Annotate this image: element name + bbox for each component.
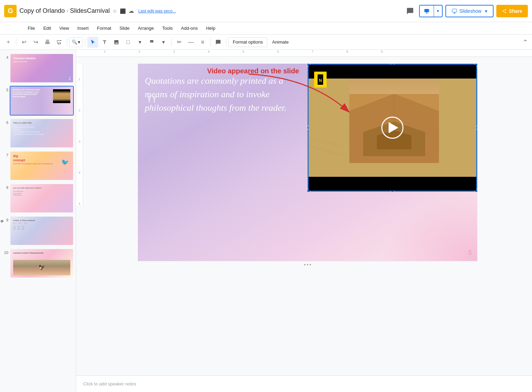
- video-annotation-label: Video appeared on the slide: [207, 67, 299, 75]
- menu-tools[interactable]: Tools: [159, 24, 176, 32]
- comment-button[interactable]: [404, 5, 416, 17]
- main-area: 4 Transition Headlineadd your text here …: [0, 50, 532, 392]
- toolbar-separator-1: [16, 38, 16, 46]
- slide-thumb-inner-7[interactable]: Bigconcept some text to accompany using …: [10, 152, 73, 180]
- present-button[interactable]: [420, 6, 434, 17]
- slide-thumbnail-8[interactable]: 8 you can also split your section! text …: [0, 183, 76, 214]
- ruler-mark-7: 7: [312, 50, 313, 53]
- ruler-h-inner: 1 2 3 4 5 6 7 8 9: [83, 50, 532, 56]
- zoom-control[interactable]: 🔍 ▾: [69, 37, 83, 47]
- slide5-video-thumb: [53, 89, 70, 103]
- slideshow-dropdown-arrow[interactable]: ▾: [485, 8, 487, 14]
- toolbar-separator-2: [67, 38, 67, 46]
- menu-slide[interactable]: Slide: [116, 24, 133, 32]
- slide-thumbnail-5[interactable]: 5 Quotations are commonly printed as a m…: [0, 85, 76, 116]
- vertical-ruler: 1 2 3 4 5: [76, 64, 83, 206]
- slide-background[interactable]: " Quotations are commonly printed as a m…: [138, 64, 477, 261]
- slide-viewport: Video appeared on the slide: [76, 57, 532, 375]
- line-dropdown[interactable]: ▾: [158, 37, 169, 48]
- svg-rect-0: [425, 9, 429, 12]
- folder-icon[interactable]: ⬛: [120, 8, 126, 14]
- star-icon[interactable]: ☆: [113, 8, 117, 14]
- slide7-icon: 🐦: [61, 158, 69, 166]
- bottom-scroll-bar[interactable]: [138, 261, 477, 268]
- quote-text[interactable]: Quotations are commonly printed as a mea…: [145, 74, 304, 115]
- slideshow-button[interactable]: Slideshow ▾: [445, 5, 494, 17]
- scroll-dot-2: [307, 264, 308, 265]
- menu-file[interactable]: File: [24, 24, 38, 32]
- line-tool[interactable]: [146, 37, 157, 48]
- menu-edit[interactable]: Edit: [40, 24, 54, 32]
- slide-canvas: Video appeared on the slide: [138, 64, 477, 268]
- present-dropdown-button[interactable]: ▾: [434, 6, 442, 17]
- ruler-mark-4: 4: [208, 50, 210, 53]
- ruler-mark-5: 5: [242, 50, 244, 53]
- svg-rect-10: [309, 77, 349, 177]
- slide-thumbnail-4[interactable]: 4 Transition Headlineadd your text here …: [0, 53, 76, 84]
- slide-num-6: 6: [3, 119, 8, 125]
- menu-addons[interactable]: Add-ons: [178, 24, 201, 32]
- select-tool[interactable]: [87, 37, 98, 48]
- video-play-button[interactable]: [381, 117, 404, 139]
- print-button[interactable]: 🖶: [42, 37, 53, 48]
- cloud-icon[interactable]: ☁: [128, 8, 134, 14]
- format-paint-button[interactable]: [54, 37, 65, 48]
- doc-title-area: Copy of Orlando · SlidesCarnival ☆ ⬛ ☁ L…: [19, 7, 401, 15]
- menu-arrange[interactable]: Arrange: [134, 24, 157, 32]
- toolbar-separator-5: [210, 38, 211, 46]
- comment-inline[interactable]: [213, 37, 224, 48]
- edit-pen[interactable]: ✏: [174, 37, 185, 48]
- shape-dropdown[interactable]: ▾: [134, 37, 145, 48]
- ruler-mark-3: 3: [173, 50, 175, 53]
- slide-thumb-inner-4[interactable]: Transition Headlineadd your text here 1: [10, 54, 73, 82]
- word-art[interactable]: ≡: [197, 37, 208, 48]
- format-options-button[interactable]: Format options: [228, 37, 267, 47]
- slide5-video-inner: [53, 89, 70, 103]
- zoom-dropdown-arrow: ▾: [78, 39, 80, 45]
- line-plain[interactable]: —: [185, 37, 196, 48]
- natgeo-logo: N: [314, 72, 327, 88]
- slide-thumb-inner-8[interactable]: you can also split your section! text co…: [10, 184, 73, 212]
- slide4-num: 1: [68, 75, 71, 81]
- slide-thumb-inner-5[interactable]: Quotations are commonly printed as a mea…: [10, 86, 73, 115]
- video-element[interactable]: N: [308, 64, 477, 192]
- ruler-mark-2: 2: [139, 50, 140, 53]
- collapse-toolbar-button[interactable]: ⌃: [521, 37, 529, 47]
- horizontal-ruler: 1 2 3 4 5 6 7 8 9: [76, 50, 532, 57]
- slide-thumbnail-9[interactable]: 9 In here, in There variations Item 1 It…: [0, 215, 76, 246]
- slide4-thumb-title: Transition Headlineadd your text here: [13, 57, 70, 63]
- canvas-main: 1 2 3 4 5 Video appeared on the slide: [76, 57, 532, 375]
- menu-view[interactable]: View: [56, 24, 72, 32]
- slide-thumbnail-7[interactable]: 7 Bigconcept some text to accompany usin…: [0, 150, 76, 181]
- slide-number: 5: [468, 249, 472, 257]
- video-black-top: [309, 65, 476, 79]
- redo-button[interactable]: ↪: [30, 37, 41, 48]
- slide9-thumb-body: Item 1 Item 2 Item 3 ─────────────── dat…: [13, 222, 70, 230]
- ruler-mark-6: 6: [277, 50, 279, 53]
- video-inner[interactable]: N: [309, 65, 476, 191]
- text-tool[interactable]: [99, 37, 110, 48]
- share-button[interactable]: Share: [496, 5, 528, 17]
- shape-tool[interactable]: □: [123, 37, 134, 48]
- last-edit-text[interactable]: Last edit was seco...: [138, 9, 176, 13]
- slide-thumb-inner-9[interactable]: In here, in There variations Item 1 Item…: [10, 217, 73, 245]
- toolbar-separator-3: [85, 38, 85, 46]
- speaker-notes[interactable]: Click to add speaker notes: [76, 375, 532, 392]
- slide-thumbnail-6[interactable]: 6 This is a slide Title • Here you have …: [0, 118, 76, 149]
- add-button[interactable]: ＋: [3, 37, 14, 48]
- pink-gradient-overlay: [380, 192, 477, 261]
- undo-button[interactable]: ↩: [18, 37, 29, 48]
- menu-insert[interactable]: Insert: [74, 24, 92, 32]
- video-black-bottom: [309, 177, 476, 191]
- slide-thumbnail-10[interactable]: 10 A picture is worth a Thousand words 🦅…: [0, 248, 76, 279]
- slide-thumb-inner-6[interactable]: This is a slide Title • Here you have a …: [10, 119, 73, 147]
- menu-help[interactable]: Help: [203, 24, 219, 32]
- image-tool[interactable]: [111, 37, 122, 48]
- slide8-thumb-title: you can also split your section!: [13, 187, 70, 190]
- menu-format[interactable]: Format: [94, 24, 115, 32]
- slide-num-5: 5: [3, 86, 8, 92]
- slide10-img-preview: 🦅: [13, 260, 70, 275]
- canvas-area: 1 2 3 4 5 6 7 8 9 1 2 3 4 5: [76, 50, 532, 392]
- animate-button[interactable]: Animate: [268, 37, 293, 47]
- slide-thumb-inner-10[interactable]: A picture is worth a Thousand words 🦅: [10, 249, 73, 277]
